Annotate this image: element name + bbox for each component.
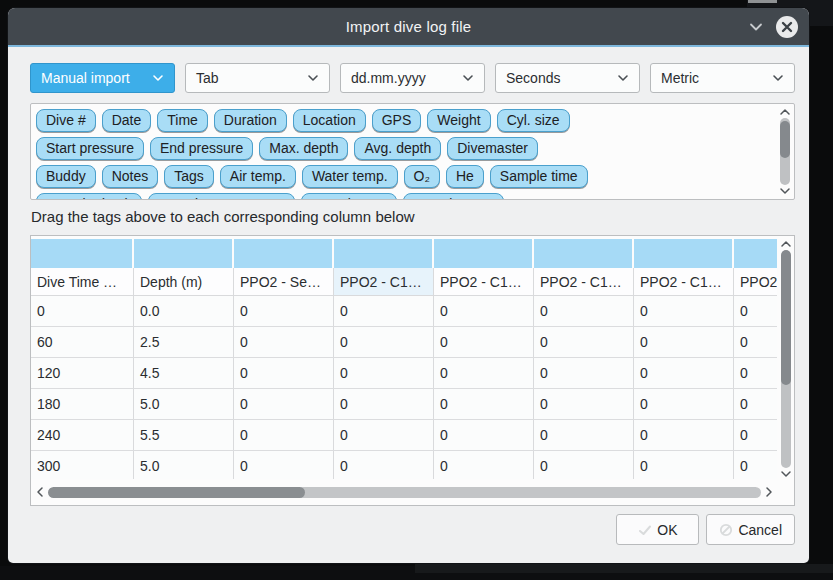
table-cell: 0 [634, 358, 734, 388]
cancel-icon [719, 523, 733, 537]
scrollbar-thumb[interactable] [781, 250, 791, 385]
table-cell: 5.0 [134, 451, 234, 479]
tag-pill[interactable]: Weight [427, 109, 490, 132]
tag-pill[interactable]: Avg. depth [354, 137, 441, 160]
table-cell: 0 [634, 420, 734, 450]
date-format-select[interactable]: dd.mm.yyyy [340, 63, 485, 93]
tag-pill[interactable]: O₂ [404, 165, 440, 188]
tag-pill[interactable]: Water temp. [302, 165, 398, 188]
scrollbar-track[interactable] [48, 487, 761, 498]
scroll-up-icon [780, 240, 792, 248]
tag-pill[interactable]: Sample depth [36, 193, 142, 200]
tag-pill[interactable]: Start pressure [36, 137, 144, 160]
tag-pill[interactable]: Date [102, 109, 152, 132]
table-row: 602.5000000 [31, 327, 777, 358]
table-grid: Dive Time …Depth (m)PPO2 - Se…PPO2 - C1…… [31, 236, 777, 479]
table-cell: 5.5 [134, 420, 234, 450]
column-header-cell: PPO2 - C1… [534, 268, 634, 295]
table-cell: 2.5 [134, 327, 234, 357]
tags-scrollbar[interactable] [778, 108, 791, 195]
close-icon[interactable] [776, 16, 798, 38]
tag-pill[interactable]: GPS [372, 109, 422, 132]
tag-pill[interactable]: Sample CNS [403, 193, 504, 200]
table-cell: 0 [734, 451, 777, 479]
tag-pill[interactable]: Sample pO₂ [301, 193, 396, 200]
tag-row: BuddyNotesTagsAir temp.Water temp.O₂HeSa… [36, 165, 770, 188]
table-cell: 0 [534, 296, 634, 326]
scrollbar-track[interactable] [780, 118, 790, 185]
table-row: 3005.0000000 [31, 451, 777, 479]
desktop-backdrop [748, 0, 777, 3]
scroll-down-icon [780, 470, 792, 478]
import-mode-select[interactable]: Manual import [30, 63, 175, 93]
table-horizontal-scrollbar[interactable] [36, 484, 773, 500]
cancel-button[interactable]: Cancel [706, 514, 795, 545]
cancel-button-label: Cancel [738, 522, 782, 538]
column-drop-cell[interactable] [734, 239, 777, 268]
import-dialog-window: Import dive log file Manual import Tab d… [8, 8, 809, 563]
ok-button[interactable]: OK [616, 514, 699, 545]
units-system-select[interactable]: Metric [650, 63, 795, 93]
table-vertical-scrollbar[interactable] [779, 240, 792, 478]
table-cell: 0 [734, 420, 777, 450]
window-title: Import dive log file [346, 18, 472, 35]
chevron-down-icon[interactable] [748, 19, 764, 35]
table-cell: 0 [634, 327, 734, 357]
tags-panel: Dive #DateTimeDurationLocationGPSWeightC… [30, 103, 795, 200]
field-separator-select[interactable]: Tab [185, 63, 330, 93]
scroll-left-icon [36, 486, 44, 498]
chevron-down-icon [617, 74, 629, 82]
tag-row: Start pressureEnd pressureMax. depthAvg.… [36, 137, 770, 160]
tag-pill[interactable]: Duration [214, 109, 287, 132]
tag-pill[interactable]: He [446, 165, 484, 188]
table-cell: 60 [31, 327, 134, 357]
table-cell: 0 [334, 389, 434, 419]
column-drop-cell[interactable] [134, 239, 234, 268]
column-drop-cell[interactable] [234, 239, 334, 268]
tag-rows: Dive #DateTimeDurationLocationGPSWeightC… [36, 109, 770, 200]
tag-pill[interactable]: Buddy [36, 165, 96, 188]
table-cell: 0 [534, 358, 634, 388]
table-cell: 0 [734, 358, 777, 388]
table-cell: 0.0 [134, 296, 234, 326]
tag-pill[interactable]: Tags [164, 165, 214, 188]
scroll-up-icon [779, 108, 791, 116]
table-cell: 0 [434, 389, 534, 419]
column-drop-cell[interactable] [634, 239, 734, 268]
tag-row: Dive #DateTimeDurationLocationGPSWeightC… [36, 109, 770, 132]
tag-pill[interactable]: Air temp. [220, 165, 296, 188]
scrollbar-thumb[interactable] [48, 487, 305, 498]
table-cell: 0 [234, 420, 334, 450]
select-value: Tab [196, 70, 219, 86]
titlebar-controls [748, 8, 798, 45]
table-cell: 0 [234, 327, 334, 357]
table-row: 00.0000000 [31, 296, 777, 327]
ok-button-label: OK [657, 522, 677, 538]
column-drop-cell[interactable] [31, 239, 134, 268]
import-options-toolbar: Manual import Tab dd.mm.yyyy Seconds Met… [30, 63, 795, 93]
tag-pill[interactable]: Divemaster [447, 137, 538, 160]
column-drop-cell[interactable] [434, 239, 534, 268]
tag-pill[interactable]: Location [293, 109, 366, 132]
tag-pill[interactable]: Max. depth [259, 137, 348, 160]
chevron-down-icon [462, 74, 474, 82]
table-cell: 0 [334, 358, 434, 388]
dialog-content: Manual import Tab dd.mm.yyyy Seconds Met… [8, 47, 809, 563]
tag-pill[interactable]: Sample temperature [148, 193, 295, 200]
scrollbar-thumb[interactable] [780, 121, 790, 158]
scrollbar-track[interactable] [781, 250, 791, 468]
tag-pill[interactable]: Dive # [36, 109, 96, 132]
tag-pill[interactable]: Cyl. size [497, 109, 570, 132]
import-preview-table: Dive Time …Depth (m)PPO2 - Se…PPO2 - C1…… [30, 235, 795, 506]
tag-pill[interactable]: End pressure [150, 137, 253, 160]
tag-pill[interactable]: Time [157, 109, 208, 132]
tag-pill[interactable]: Notes [102, 165, 159, 188]
column-drop-cell[interactable] [534, 239, 634, 268]
drop-row [31, 239, 777, 268]
table-cell: 0 [234, 389, 334, 419]
dialog-buttons: OK Cancel [30, 514, 795, 545]
tag-pill[interactable]: Sample time [490, 165, 588, 188]
table-cell: 240 [31, 420, 134, 450]
time-format-select[interactable]: Seconds [495, 63, 640, 93]
column-drop-cell[interactable] [334, 239, 434, 268]
